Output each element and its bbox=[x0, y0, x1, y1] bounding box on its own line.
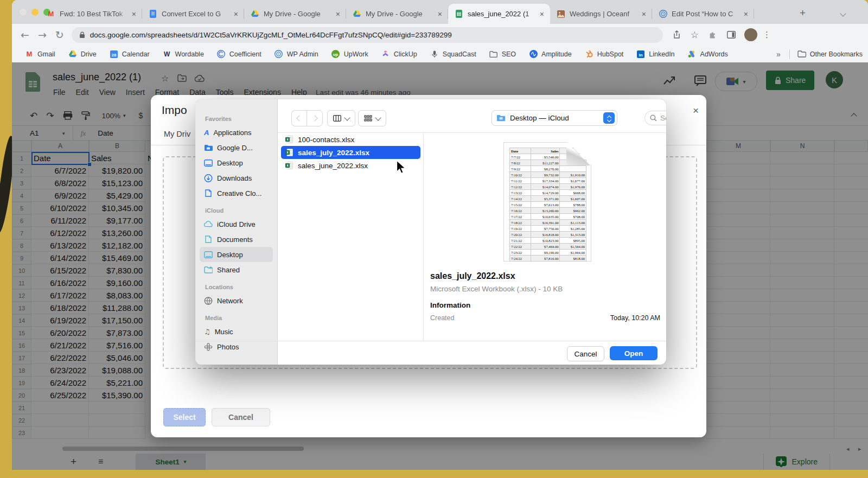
desktop-icon bbox=[204, 160, 213, 167]
tab-label: Edit Post “How to C bbox=[672, 10, 740, 18]
bookmark-gmail[interactable]: MGmail bbox=[25, 50, 55, 59]
tab-close-icon[interactable]: × bbox=[640, 10, 648, 18]
bookmark-wp admin[interactable]: WP Admin bbox=[275, 50, 318, 59]
bookmark-label: Coefficient bbox=[229, 50, 261, 58]
padlock-icon bbox=[79, 31, 85, 39]
import-cancel-button[interactable]: Cancel bbox=[212, 408, 270, 426]
close-window-button[interactable] bbox=[20, 9, 27, 16]
tab-weddings-oceanf[interactable]: Weddings | Oceanf× bbox=[550, 4, 652, 24]
bookmark-amplitude[interactable]: Amplitude bbox=[529, 50, 572, 59]
sidebar-item-music[interactable]: ♫Music bbox=[200, 324, 273, 339]
address-bar[interactable]: docs.google.com/spreadsheets/d/1W2Ct5aVr… bbox=[72, 27, 663, 43]
sidebar-item-documents[interactable]: Documents bbox=[200, 232, 273, 247]
downloads-icon bbox=[204, 174, 213, 182]
tab-search-chevron-icon[interactable] bbox=[841, 8, 845, 18]
file-row-100-contacts-xlsx[interactable]: x100-contacts.xlsx bbox=[281, 133, 420, 146]
tab-edit-post-how-to-c[interactable]: Edit Post “How to C× bbox=[652, 4, 754, 24]
back-nav-button[interactable] bbox=[291, 110, 307, 126]
bookmark-hubspot[interactable]: HubSpot bbox=[585, 50, 624, 59]
bookmark-adwords[interactable]: AdWords bbox=[688, 50, 728, 59]
bookmarks-overflow-chevrons[interactable]: » bbox=[776, 50, 781, 59]
tab-close-icon[interactable]: × bbox=[334, 10, 342, 18]
side-panel-icon[interactable] bbox=[727, 31, 736, 39]
tab-close-icon[interactable]: × bbox=[232, 10, 240, 18]
forward-nav-button[interactable] bbox=[307, 110, 323, 126]
tab-my-drive-google[interactable]: My Drive - Google× bbox=[244, 4, 346, 24]
bookmark-wordable[interactable]: WWordable bbox=[163, 50, 204, 59]
sidebar-item-label: Network bbox=[217, 297, 243, 305]
mini-cell: 7/8/22 bbox=[510, 160, 531, 166]
group-view-button[interactable] bbox=[358, 110, 386, 126]
tab-close-icon[interactable]: × bbox=[436, 10, 444, 18]
location-dropdown[interactable]: Desktop — iCloud bbox=[492, 110, 617, 126]
sidebar-item-label: iCloud Drive bbox=[217, 220, 256, 228]
sidebar-item-desktop[interactable]: Desktop bbox=[200, 155, 273, 170]
bookmark-calendar[interactable]: 28Calendar bbox=[110, 50, 150, 59]
mini-cell: 7/20/22 bbox=[510, 232, 531, 238]
mini-cell: $1,976.00 bbox=[560, 184, 586, 190]
back-icon[interactable]: ← bbox=[21, 29, 29, 41]
extensions-puzzle-icon[interactable] bbox=[709, 30, 717, 39]
bookmark-coefficient[interactable]: Coefficient bbox=[217, 50, 261, 59]
minimize-window-button[interactable] bbox=[31, 9, 39, 16]
columns-icon bbox=[333, 115, 341, 122]
globe-icon bbox=[204, 297, 213, 305]
column-view-button[interactable] bbox=[327, 110, 355, 126]
dialog-open-button[interactable]: Open bbox=[610, 346, 658, 360]
tab-convert-excel-to-g[interactable]: Convert Excel to G× bbox=[142, 4, 244, 24]
bookmark-squadcast[interactable]: SquadCast bbox=[430, 50, 476, 59]
sidebar-item-creative-clo-[interactable]: Creative Clo... bbox=[200, 186, 273, 201]
mini-cell: $708.00 bbox=[560, 214, 586, 220]
share-page-icon[interactable] bbox=[673, 30, 681, 39]
bookmark-label: Calendar bbox=[122, 50, 150, 58]
bookmark-linkedin[interactable]: inLinkedIn bbox=[636, 50, 674, 59]
browser-profile-avatar[interactable] bbox=[744, 28, 757, 41]
mini-cell: 7/9/22 bbox=[510, 166, 531, 172]
import-modal-tab-my-drive[interactable]: My Driv bbox=[164, 130, 190, 138]
forward-icon[interactable]: → bbox=[38, 29, 47, 41]
bookmark-seo[interactable]: SEO bbox=[489, 50, 516, 59]
browser-menu-kebab-icon[interactable]: ⋮ bbox=[763, 30, 771, 40]
sidebar-item-label: Desktop bbox=[217, 159, 243, 167]
tab-my-drive-google[interactable]: My Drive - Google× bbox=[346, 4, 448, 24]
sidebar-item-network[interactable]: Network bbox=[200, 293, 273, 308]
sidebar-item-icloud-drive[interactable]: iCloud Drive bbox=[200, 216, 273, 232]
mini-cell: $1,910.00 bbox=[560, 172, 586, 178]
tab-close-icon[interactable]: × bbox=[742, 10, 750, 18]
bookmark-label: Wordable bbox=[175, 50, 204, 58]
bookmark-upwork[interactable]: upUpWork bbox=[331, 50, 368, 59]
tab-close-icon[interactable]: × bbox=[538, 10, 546, 18]
import-modal-title: Impo bbox=[162, 104, 187, 117]
tab-fwd-10-best-tiktok[interactable]: MFwd: 10 Best TikTok× bbox=[40, 4, 142, 24]
tab-sales-june-2022-1[interactable]: sales_june_2022 (1× bbox=[448, 4, 550, 24]
bookmark-drive[interactable]: Drive bbox=[68, 50, 97, 59]
dialog-cancel-button[interactable]: Cancel bbox=[567, 346, 604, 361]
sidebar-item-desktop[interactable]: Desktop bbox=[200, 247, 273, 262]
sidebar-item-downloads[interactable]: Downloads bbox=[200, 170, 273, 186]
tab-close-icon[interactable]: × bbox=[130, 10, 138, 18]
music-icon: ♫ bbox=[204, 328, 210, 336]
sidebar-item-shared[interactable]: ●Shared bbox=[200, 262, 273, 277]
mini-cell: 7/24/22 bbox=[510, 256, 531, 262]
sheets-icon bbox=[455, 10, 463, 18]
import-modal-close-icon[interactable]: × bbox=[693, 105, 699, 117]
bookmark-clickup[interactable]: ClickUp bbox=[381, 50, 417, 59]
folder-shared-icon: ● bbox=[204, 266, 213, 273]
reload-icon[interactable]: ↻ bbox=[55, 29, 64, 41]
tab-label: Weddings | Oceanf bbox=[570, 10, 638, 18]
bookmark-star-icon[interactable]: ☆ bbox=[691, 29, 699, 41]
preview-pane: DateSales7/7/22$5,546.007/8/22$11,227.00… bbox=[424, 133, 666, 341]
dialog-search-field[interactable]: Search bbox=[644, 111, 666, 125]
new-tab-button[interactable]: + bbox=[800, 7, 806, 19]
file-row-sales_july_2022-xlsx[interactable]: xsales_july_2022.xlsx bbox=[281, 146, 420, 159]
sidebar-item-google-d-[interactable]: Google D... bbox=[200, 140, 273, 155]
file-name: 100-contacts.xlsx bbox=[298, 136, 354, 144]
url-text: docs.google.com/spreadsheets/d/1W2Ct5aVr… bbox=[90, 31, 452, 39]
sidebar-item-label: Downloads bbox=[217, 174, 252, 182]
other-bookmarks-button[interactable]: Other Bookmarks bbox=[797, 50, 863, 59]
select-button[interactable]: Select bbox=[163, 408, 206, 426]
sidebar-item-applications[interactable]: AApplications bbox=[200, 125, 273, 140]
mini-cell: 7/10/22 bbox=[510, 172, 531, 178]
mini-cell: $14,729.00 bbox=[531, 190, 560, 196]
mini-cell: $1,113.00 bbox=[560, 220, 586, 226]
